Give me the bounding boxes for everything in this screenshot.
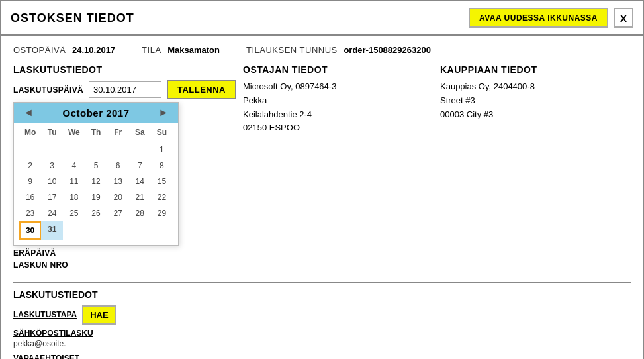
buyer-column: OSTAJAN TIEDOT Microsoft Oy, 0897464-3 P… <box>243 64 440 272</box>
calendar-day[interactable]: 14 <box>129 174 151 189</box>
seller-line3: 00003 City #3 <box>440 108 631 122</box>
calendar-day[interactable]: 30 <box>19 221 41 240</box>
window-title: OSTOKSEN TIEDOT <box>11 11 134 25</box>
calendar-day[interactable]: 2 <box>19 158 41 174</box>
order-value: order-1508829263200 <box>344 45 431 55</box>
calendar-day[interactable]: 20 <box>107 189 129 205</box>
calendar-day[interactable]: 10 <box>41 174 63 189</box>
calendar-weekday: Th <box>85 128 107 137</box>
three-col-section: LASKUTUSTIEDOT LASKUTUSPÄIVÄ TALLENNA ◄ … <box>13 64 631 272</box>
invoice-date-row: LASKUTUSPÄIVÄ TALLENNA <box>13 80 236 99</box>
lower-cols: LASKUTUSTIEDOT LASKUTUSTAPA HAE SÄHKÖPOS… <box>13 289 631 359</box>
status-group: TILA Maksamaton <box>142 45 220 55</box>
due-date-row: ERÄPÄIVÄ <box>13 248 236 258</box>
calendar-weekday: Fr <box>107 128 129 137</box>
calendar-grid: MoTuWeThFrSaSu 1234567891011121314151617… <box>14 123 178 245</box>
calendar-day[interactable]: 19 <box>85 189 107 205</box>
calendar-day[interactable]: 5 <box>85 158 107 174</box>
calendar-day <box>19 142 41 158</box>
buyer-line4: 02150 ESPOO <box>243 121 434 135</box>
calendar-days: 1234567891011121314151617181920212223242… <box>19 142 173 240</box>
invoice-date-label: LASKUTUSPÄIVÄ <box>13 85 83 95</box>
calendar-day[interactable]: 25 <box>63 205 85 221</box>
seller-section-title: KAUPPIAAN TIEDOT <box>440 64 631 75</box>
calendar-day[interactable]: 11 <box>63 174 85 189</box>
billing-column: LASKUTUSTIEDOT LASKUTUSPÄIVÄ TALLENNA ◄ … <box>13 64 243 272</box>
status-label: TILA <box>142 45 161 55</box>
calendar-day[interactable]: 4 <box>63 158 85 174</box>
calendar-prev-button[interactable]: ◄ <box>21 107 36 119</box>
calendar-day[interactable]: 31 <box>41 221 63 240</box>
payment-method-row: LASKUTUSTAPA HAE <box>13 305 624 325</box>
seller-info: Kauppias Oy, 2404400-8 Street #3 00003 C… <box>440 80 631 121</box>
calendar-day <box>129 142 151 158</box>
calendar-weekdays: MoTuWeThFrSaSu <box>19 125 173 140</box>
calendar-day <box>63 142 85 158</box>
calendar-popup: ◄ October 2017 ► MoTuWeThFrSaSu 12345678… <box>13 102 179 246</box>
purchase-date-value: 24.10.2017 <box>72 45 115 55</box>
optional-title: VAPAAEHTOISET <box>13 354 624 359</box>
invoice-no-row: LASKUN NRO <box>13 260 236 270</box>
title-bar-actions: AVAA UUDESSA IKKUNASSA X <box>469 8 633 28</box>
calendar-day[interactable]: 1 <box>151 142 173 158</box>
open-window-button[interactable]: AVAA UUDESSA IKKUNASSA <box>469 8 608 28</box>
calendar-day[interactable]: 12 <box>85 174 107 189</box>
calendar-day[interactable]: 21 <box>129 189 151 205</box>
calendar-day[interactable]: 15 <box>151 174 173 189</box>
invoice-date-input[interactable] <box>89 81 161 98</box>
calendar-day[interactable]: 9 <box>19 174 41 189</box>
payment-method-label: LASKUTUSTAPA <box>13 310 77 319</box>
calendar-day <box>85 142 107 158</box>
lower-billing-col: LASKUTUSTIEDOT LASKUTUSTAPA HAE SÄHKÖPOS… <box>13 289 631 359</box>
calendar-day[interactable]: 13 <box>107 174 129 189</box>
billing-section-title: LASKUTUSTIEDOT <box>13 64 236 75</box>
main-window: OSTOKSEN TIEDOT AVAA UUDESSA IKKUNASSA X… <box>0 0 644 359</box>
buyer-line2: Pekka <box>243 94 434 108</box>
lower-section: LASKUTUSTIEDOT LASKUTUSTAPA HAE SÄHKÖPOS… <box>13 282 631 359</box>
calendar-weekday: Mo <box>19 128 41 137</box>
status-value: Maksamaton <box>167 45 220 55</box>
calendar-day[interactable]: 3 <box>41 158 63 174</box>
save-button[interactable]: TALLENNA <box>167 80 236 99</box>
seller-column: KAUPPIAAN TIEDOT Kauppias Oy, 2404400-8 … <box>440 64 631 272</box>
purchase-date-group: OSTOPÄIVÄ 24.10.2017 <box>13 45 115 55</box>
invoice-no-label: LASKUN NRO <box>13 260 73 270</box>
calendar-day[interactable]: 29 <box>151 205 173 221</box>
calendar-weekday: Tu <box>41 128 63 137</box>
calendar-day[interactable]: 23 <box>19 205 41 221</box>
hae-button[interactable]: HAE <box>82 305 116 325</box>
calendar-day[interactable]: 8 <box>151 158 173 174</box>
calendar-day[interactable]: 27 <box>107 205 129 221</box>
purchase-date-label: OSTOPÄIVÄ <box>13 45 66 55</box>
order-group: TILAUKSEN TUNNUS order-1508829263200 <box>246 45 431 55</box>
close-button[interactable]: X <box>614 8 633 28</box>
calendar-month-year: October 2017 <box>62 107 129 119</box>
calendar-day[interactable]: 17 <box>41 189 63 205</box>
email-value: pekka@osoite. <box>13 339 624 348</box>
calendar-header: ◄ October 2017 ► <box>14 103 178 123</box>
calendar-day[interactable]: 22 <box>151 189 173 205</box>
calendar-day[interactable]: 24 <box>41 205 63 221</box>
calendar-day[interactable]: 18 <box>63 189 85 205</box>
calendar-day <box>107 142 129 158</box>
calendar-day[interactable]: 26 <box>85 205 107 221</box>
calendar-day <box>41 142 63 158</box>
calendar-day[interactable]: 7 <box>129 158 151 174</box>
calendar-day[interactable]: 28 <box>129 205 151 221</box>
calendar-weekday: We <box>63 128 85 137</box>
buyer-line3: Keilalahdentie 2-4 <box>243 108 434 122</box>
email-label: SÄHKÖPOSTILASKU <box>13 329 624 338</box>
calendar-next-button[interactable]: ► <box>156 107 171 119</box>
buyer-info: Microsoft Oy, 0897464-3 Pekka Keilalahde… <box>243 80 434 135</box>
calendar-day[interactable]: 6 <box>107 158 129 174</box>
buyer-section-title: OSTAJAN TIEDOT <box>243 64 434 75</box>
buyer-line1: Microsoft Oy, 0897464-3 <box>243 80 434 94</box>
order-label: TILAUKSEN TUNNUS <box>246 45 338 55</box>
lower-billing-title: LASKUTUSTIEDOT <box>13 289 624 300</box>
due-date-label: ERÄPÄIVÄ <box>13 248 73 258</box>
meta-row: OSTOPÄIVÄ 24.10.2017 TILA Maksamaton TIL… <box>13 45 631 55</box>
main-content: OSTOPÄIVÄ 24.10.2017 TILA Maksamaton TIL… <box>1 36 643 359</box>
calendar-day[interactable]: 16 <box>19 189 41 205</box>
seller-line1: Kauppias Oy, 2404400-8 <box>440 80 631 94</box>
title-bar: OSTOKSEN TIEDOT AVAA UUDESSA IKKUNASSA X <box>1 1 643 36</box>
